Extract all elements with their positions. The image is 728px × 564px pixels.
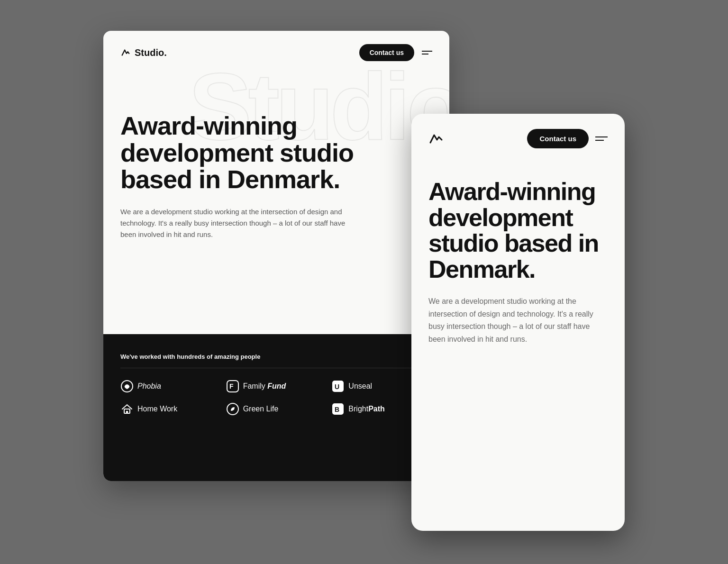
client-familyfund: F Family Fund: [226, 380, 327, 393]
clients-label: We've worked with hundreds of amazing pe…: [120, 353, 432, 368]
desktop-nav: Contact us: [359, 44, 432, 61]
studio-logo-icon: [120, 47, 131, 58]
desktop-hero: Award-winning development studio based i…: [103, 74, 449, 259]
desktop-logo: Studio.: [120, 47, 167, 58]
client-homework: Home Work: [120, 402, 221, 416]
mobile-hero-subtext: We are a development studio working at t…: [428, 295, 608, 346]
homework-icon: [120, 402, 134, 416]
desktop-hero-heading: Award-winning development studio based i…: [120, 112, 357, 193]
desktop-menu-icon[interactable]: [422, 51, 432, 55]
familyfund-name: Family Fund: [243, 382, 286, 391]
mobile-contact-button[interactable]: Contact us: [527, 129, 589, 148]
brightpath-name: BrightPath: [348, 405, 384, 413]
mobile-nav: Contact us: [527, 129, 608, 148]
svg-text:F: F: [229, 382, 234, 390]
unseal-icon: U: [331, 380, 345, 393]
svg-rect-6: [126, 411, 128, 413]
mobile-menu-icon[interactable]: [595, 136, 608, 141]
greenlife-name: Green Life: [243, 405, 279, 413]
desktop-hero-subtext: We are a development studio working at t…: [120, 206, 348, 240]
client-phobia: Phobia: [120, 380, 221, 393]
desktop-window: Studio. Contact us Studio. Award-winning…: [103, 31, 449, 481]
svg-text:B: B: [335, 406, 339, 413]
unseal-name: Unseal: [348, 382, 372, 391]
desktop-contact-button[interactable]: Contact us: [359, 44, 414, 61]
clients-grid: Phobia F Family Fund U: [120, 380, 432, 416]
svg-text:U: U: [335, 383, 339, 391]
desktop-logo-text: Studio.: [135, 47, 167, 58]
phobia-name: Phobia: [137, 382, 161, 391]
client-greenlife: Green Life: [226, 402, 327, 416]
greenlife-icon: [226, 402, 239, 416]
homework-name: Home Work: [137, 405, 177, 413]
scene: Studio. Contact us Studio. Award-winning…: [103, 31, 625, 533]
phobia-icon: [120, 380, 134, 393]
desktop-header: Studio. Contact us: [103, 31, 449, 74]
mobile-hero-heading: Award-winning development studio based i…: [428, 179, 608, 282]
desktop-dark-section: We've worked with hundreds of amazing pe…: [103, 334, 449, 481]
brightpath-icon: B: [331, 402, 345, 416]
familyfund-icon: F: [226, 380, 239, 393]
